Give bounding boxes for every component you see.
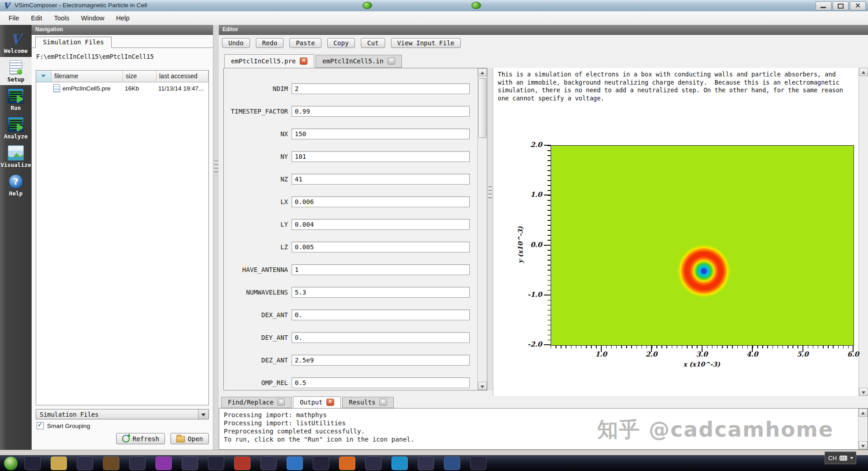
toolbar-button-paste[interactable]: Paste [289, 38, 321, 48]
field-input-nz[interactable] [292, 174, 470, 185]
taskbar-app-icon[interactable] [129, 457, 146, 470]
sidebar-item-welcome[interactable]: Welcome [0, 29, 32, 57]
sidebar-item-visualize[interactable]: Visualize [0, 143, 32, 171]
editor-tab-emptclincell5-pre[interactable]: emPtclInCell5.pre [224, 54, 314, 68]
scroll-down-icon[interactable] [859, 441, 868, 449]
taskbar-app-icon[interactable] [470, 457, 486, 470]
field-input-ndim[interactable] [292, 83, 470, 94]
console-tab-label: Find/Replace [228, 399, 274, 406]
sidebar-item-run[interactable]: Run [0, 86, 32, 114]
scroll-down-icon[interactable] [478, 382, 487, 390]
scrollbar-thumb[interactable] [478, 78, 486, 138]
console-scrollbar[interactable] [858, 409, 868, 449]
tab-close-icon[interactable] [277, 399, 285, 406]
start-button[interactable] [4, 456, 18, 471]
welcome-icon [8, 32, 24, 47]
taskbar-app-icon[interactable] [287, 457, 303, 470]
tab-simulation-files[interactable]: Simulation Files [35, 37, 112, 48]
open-button[interactable]: Open [170, 433, 209, 444]
taskbar-app-icon[interactable] [103, 457, 119, 470]
taskbar-app-icon[interactable] [208, 457, 224, 470]
console-tab-output[interactable]: Output [293, 396, 341, 408]
taskbar-app-icon[interactable] [24, 457, 41, 470]
field-input-dez-ant[interactable] [292, 355, 470, 366]
refresh-button[interactable]: Refresh [116, 433, 165, 444]
scroll-down-icon[interactable] [859, 388, 868, 396]
chevron-down-icon[interactable] [198, 409, 208, 419]
taskbar-app-icon[interactable] [156, 457, 172, 470]
keyboard-icon[interactable] [840, 456, 847, 461]
taskbar-app-icon[interactable] [77, 457, 93, 470]
taskbar-app-icon[interactable] [313, 457, 329, 470]
grouping-dropdown[interactable]: Simulation Files [36, 409, 209, 419]
sidebar-item-help[interactable]: Help [0, 171, 32, 199]
form-row-ly: LY [224, 213, 487, 236]
smart-grouping-checkbox[interactable] [37, 422, 44, 429]
chevron-down-icon[interactable] [850, 457, 854, 459]
splitter-grip[interactable] [214, 161, 218, 172]
sidebar-item-label: Help [9, 190, 23, 197]
editor-tab-emptclincell5-in[interactable]: emPtclInCell5.in [316, 55, 402, 68]
console-tab-find-replace[interactable]: Find/Replace [221, 397, 292, 408]
menu-item-file[interactable]: File [3, 12, 25, 24]
toolbar-button-redo[interactable]: Redo [256, 38, 284, 48]
toolbar-button-view-input-file[interactable]: View Input File [391, 38, 461, 48]
field-input-numwavelens[interactable] [292, 287, 470, 298]
taskbar-app-icon[interactable] [234, 457, 250, 470]
table-header-last-accessed[interactable]: last accessed [156, 71, 208, 82]
sort-header-cell[interactable] [36, 71, 52, 82]
taskbar-app-icon[interactable] [339, 457, 355, 470]
menu-item-edit[interactable]: Edit [25, 12, 48, 24]
taskbar-app-icon[interactable] [418, 457, 434, 470]
taskbar-app-icon[interactable] [51, 457, 67, 470]
taskbar-app-icon[interactable] [260, 457, 277, 470]
field-input-dey-ant[interactable] [292, 332, 470, 343]
menu-item-window[interactable]: Window [75, 12, 110, 24]
form-scrollbar[interactable] [477, 68, 487, 390]
field-input-lx[interactable] [292, 196, 470, 207]
table-row[interactable]: emPtclInCell5.pre16Kb11/13/14 19:47... [36, 82, 208, 94]
field-input-have-antenna[interactable] [292, 264, 470, 275]
toolbar-button-cut[interactable]: Cut [361, 38, 385, 48]
sidebar-item-analyze[interactable]: Analyze [0, 114, 32, 142]
y-tick-label: -2.0 [510, 340, 542, 348]
field-input-lz[interactable] [292, 242, 470, 252]
menu-item-tools[interactable]: Tools [48, 12, 75, 24]
field-input-ny[interactable] [292, 151, 470, 162]
field-input-omp-rel[interactable] [292, 377, 470, 388]
tab-close-icon[interactable] [387, 57, 395, 65]
taskbar-app-icon[interactable] [392, 457, 408, 470]
splitter-grip[interactable] [488, 186, 492, 198]
field-input-ly[interactable] [292, 219, 470, 230]
field-input-dex-ant[interactable] [292, 309, 470, 320]
panel-splitter[interactable] [213, 25, 219, 450]
sidebar-item-setup[interactable]: Setup [0, 57, 32, 85]
tab-close-icon[interactable] [379, 399, 387, 406]
ime-language-bar[interactable]: CH [825, 452, 856, 464]
scroll-up-icon[interactable] [859, 409, 868, 417]
field-input-nx[interactable] [292, 128, 470, 139]
field-label: DEY_ANT [228, 334, 288, 341]
preview-scrollbar[interactable] [859, 68, 868, 396]
close-button[interactable] [850, 1, 866, 10]
taskbar-app-icon[interactable] [365, 457, 382, 470]
scroll-up-icon[interactable] [478, 68, 487, 76]
console-tab-results[interactable]: Results [342, 397, 394, 408]
table-header-size[interactable]: size [123, 71, 156, 82]
toolbar-button-undo[interactable]: Undo [222, 38, 250, 48]
menu-item-help[interactable]: Help [110, 12, 136, 24]
app-logo-icon [3, 1, 11, 10]
tab-close-icon[interactable] [326, 399, 334, 406]
taskbar-app-icon[interactable] [444, 457, 460, 470]
maximize-button[interactable] [833, 1, 849, 10]
refresh-icon [122, 435, 130, 442]
tab-close-icon[interactable] [300, 57, 307, 65]
scroll-up-icon[interactable] [859, 68, 868, 76]
toolbar-button-copy[interactable]: Copy [327, 38, 355, 48]
minimize-button[interactable] [816, 1, 831, 10]
taskbar-app-icon[interactable] [182, 457, 198, 470]
table-header-filename[interactable]: filename [52, 71, 123, 82]
editor-pane-splitter[interactable] [487, 68, 493, 390]
y-tick [544, 145, 551, 146]
field-input-timestep-factor[interactable] [292, 106, 470, 117]
